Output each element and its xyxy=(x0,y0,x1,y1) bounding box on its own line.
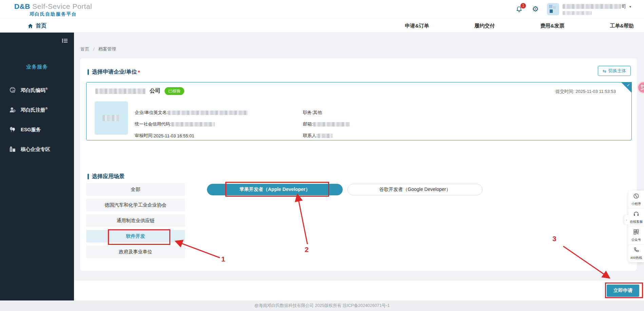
nav-fees-invoices[interactable]: 费用&发票 xyxy=(540,23,564,29)
nav-tickets-help[interactable]: 工单&帮助 xyxy=(610,23,634,29)
verified-badge: 已核验 xyxy=(165,87,184,95)
headset-icon xyxy=(633,211,639,217)
duns-code-icon xyxy=(9,86,16,94)
top-header: D&B Self-Sevice Portal 邓白氏自助服务平台 1 ⚙ 司 ▾ xyxy=(0,0,644,18)
widget-hotline[interactable]: 400热线 xyxy=(628,245,644,262)
logo-brand: D&B xyxy=(14,2,30,10)
switch-entity-button[interactable]: ⇆ 切换主体 xyxy=(598,66,631,76)
widget-official-account[interactable]: 公众号 xyxy=(628,227,644,245)
option-apple-developer[interactable]: 苹果开发者（Apple Developer） xyxy=(207,184,343,195)
field-english-name: 企业/单位英文名: xyxy=(135,110,248,116)
user-menu[interactable]: 司 ▾ xyxy=(547,3,631,15)
field-contact: 联系人: xyxy=(303,133,350,139)
gear-icon: ⚙ xyxy=(532,5,539,13)
widget-mini-program[interactable]: 小程序 xyxy=(628,191,644,209)
user-name-suffix: 司 xyxy=(622,3,626,9)
check-icon: ✓ xyxy=(627,83,630,88)
category-software-development[interactable]: 软件开发 xyxy=(86,230,185,242)
company-name-redacted xyxy=(95,89,146,94)
logo-product: Self-Sevice Portal xyxy=(32,2,92,10)
content-panel: 选择申请企业/单位 * ⇆ 切换主体 ✓ 公司 已核验 提交时间: 2025-1… xyxy=(80,58,637,271)
category-vda-vci[interactable]: 德国汽车和化学工业企业协会 xyxy=(86,199,185,211)
main-nav: 首页 申请&订单 履约交付 费用&发票 工单&帮助 xyxy=(0,18,644,33)
field-position: 职务: 其他 xyxy=(303,110,350,116)
sidebar-item-duns-code[interactable]: 邓白氏编码® xyxy=(0,80,74,100)
breadcrumb-separator: / xyxy=(93,46,95,52)
register-person-icon xyxy=(9,106,16,114)
qr-code-icon xyxy=(633,229,639,235)
home-icon xyxy=(27,23,33,29)
entity-section-title: 选择申请企业/单位 * xyxy=(88,69,140,76)
widget-online-service[interactable]: 在线客服 xyxy=(628,209,644,227)
copyright-text: @海南邓白氏数据科技有限公司 2025版权所有 琼ICP备2024026071号… xyxy=(0,300,644,311)
company-name-suffix: 公司 xyxy=(150,88,160,95)
floating-badge[interactable] xyxy=(637,81,644,94)
esg-trees-icon xyxy=(9,126,16,133)
submit-time: 提交时间: 2025-11-03 11:53:53 xyxy=(555,89,616,95)
title-bar xyxy=(88,69,89,75)
field-email: 邮箱: xyxy=(303,121,350,127)
logo-subtitle: 邓白氏自助服务平台 xyxy=(14,11,92,17)
scenario-section-title: 选择应用场景 xyxy=(88,173,125,180)
avatar xyxy=(547,3,559,15)
sidebar-item-esg-services[interactable]: ESG服务 xyxy=(0,120,74,139)
scenario-category-list: 全部 德国汽车和化学工业企业协会 通用制造业供应链 软件开发 政府及事业单位 xyxy=(86,183,185,261)
user-name-redacted xyxy=(563,4,621,9)
notification-button[interactable]: 1 xyxy=(514,4,524,14)
swap-icon: ⇆ xyxy=(603,69,606,74)
user-subline-redacted xyxy=(563,11,592,15)
core-enterprise-icon xyxy=(9,145,16,153)
title-bar xyxy=(88,174,89,179)
apply-now-button[interactable]: 立即申请 xyxy=(607,285,639,297)
breadcrumb-current: 档案管理 xyxy=(98,46,116,52)
field-credit-code: 统一社会信用代码: xyxy=(135,121,248,127)
chevron-down-icon: ▾ xyxy=(629,5,631,8)
notification-badge: 1 xyxy=(520,3,526,8)
required-mark: * xyxy=(138,69,140,75)
mini-program-icon xyxy=(633,193,639,199)
sidebar: 业务服务 邓白氏编码® 邓白氏注册® xyxy=(0,33,74,300)
category-government[interactable]: 政府及事业单位 xyxy=(86,246,185,258)
nav-applications-orders[interactable]: 申请&订单 xyxy=(405,23,429,29)
option-google-developer[interactable]: 谷歌开发者（Google Developer） xyxy=(347,184,482,195)
sidebar-section-business-services: 业务服务 xyxy=(0,64,74,70)
breadcrumb-home[interactable]: 首页 xyxy=(80,46,89,52)
nav-home[interactable]: 首页 xyxy=(0,19,74,33)
settings-button[interactable]: ⚙ xyxy=(531,4,540,14)
collapse-icon xyxy=(62,38,68,43)
phone-icon xyxy=(633,247,639,253)
floating-widget-panel: › 小程序 在线客服 公众号 400热线 xyxy=(628,191,644,262)
category-all[interactable]: 全部 xyxy=(86,183,185,196)
sidebar-item-core-enterprise[interactable]: 核心企业专区 xyxy=(0,139,74,159)
dnb-logo: D&B Self-Sevice Portal 邓白氏自助服务平台 xyxy=(14,2,92,17)
widget-collapse-tab[interactable]: › xyxy=(624,215,629,225)
entity-card[interactable]: ✓ 公司 已核验 提交时间: 2025-11-03 11:53:53 企业/单位… xyxy=(86,82,632,140)
action-footer: 立即申请 xyxy=(74,280,644,300)
category-manufacturing-supply-chain[interactable]: 通用制造业供应链 xyxy=(86,214,185,227)
nav-fulfillment-delivery[interactable]: 履约交付 xyxy=(474,23,495,29)
breadcrumb: 首页 / 档案管理 xyxy=(80,46,116,52)
sidebar-collapse-button[interactable] xyxy=(62,38,68,45)
field-review-time: 审核时间: 2025-11-03 16:55:01 xyxy=(135,133,248,139)
sidebar-item-duns-register[interactable]: 邓白氏注册® xyxy=(0,100,74,120)
company-logo xyxy=(95,101,128,135)
